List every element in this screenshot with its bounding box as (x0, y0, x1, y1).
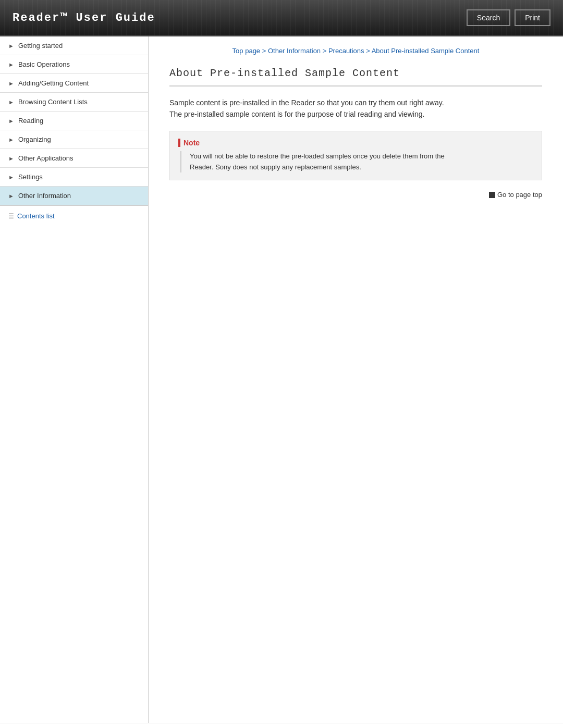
sidebar-item-settings[interactable]: ► Settings (0, 168, 148, 187)
sidebar-item-label: Browsing Content Lists (18, 98, 88, 106)
sidebar-item-browsing-content-lists[interactable]: ► Browsing Content Lists (0, 93, 148, 112)
breadcrumb-top-page[interactable]: Top page (232, 47, 261, 55)
content-paragraph-1: Sample content is pre-installed in the R… (169, 97, 542, 120)
sidebar-item-adding-getting-content[interactable]: ► Adding/Getting Content (0, 74, 148, 93)
sidebar: ► Getting started ► Basic Operations ► A… (0, 36, 149, 723)
breadcrumb: Top page > Other Information > Precautio… (169, 47, 542, 55)
go-to-top-link[interactable]: Go to page top (489, 191, 542, 199)
chevron-right-icon: ► (8, 155, 14, 162)
contents-list-link[interactable]: Contents list (17, 212, 55, 220)
sidebar-footer[interactable]: ☰ Contents list (0, 205, 148, 226)
sidebar-item-getting-started[interactable]: ► Getting started (0, 36, 148, 55)
note-content: You will not be able to restore the pre-… (180, 151, 533, 173)
chevron-right-icon: ► (8, 43, 14, 49)
chevron-right-icon: ► (8, 193, 14, 199)
note-line1: You will not be able to restore the pre-… (190, 152, 445, 160)
chevron-right-icon: ► (8, 99, 14, 105)
sidebar-item-reading[interactable]: ► Reading (0, 112, 148, 130)
footer: Copyright 2012 Sony Corporation (0, 723, 563, 728)
list-icon: ☰ (8, 213, 14, 220)
paragraph-1-text: Sample content is pre-installed in the R… (169, 98, 444, 107)
paragraph-2-text: The pre-installed sample content is for … (169, 110, 425, 118)
breadcrumb-precautions[interactable]: Precautions (328, 47, 364, 55)
header-buttons: Search Print (467, 9, 550, 26)
chevron-right-icon: ► (8, 174, 14, 180)
note-label-text: Note (183, 139, 200, 147)
go-to-top-label: Go to page top (497, 191, 542, 199)
sidebar-item-label: Settings (18, 173, 43, 181)
square-icon (489, 192, 495, 198)
note-box: Note You will not be able to restore the… (169, 131, 542, 181)
sidebar-item-organizing[interactable]: ► Organizing (0, 130, 148, 149)
go-to-top-container: Go to page top (169, 191, 542, 200)
sidebar-item-label: Organizing (18, 135, 51, 143)
print-button[interactable]: Print (515, 9, 550, 26)
main-container: ► Getting started ► Basic Operations ► A… (0, 36, 563, 723)
note-label: Note (178, 139, 533, 147)
breadcrumb-sep3: > (364, 47, 372, 55)
breadcrumb-other-info[interactable]: Other Information (268, 47, 321, 55)
header: Reader™ User Guide Search Print (0, 0, 563, 36)
chevron-right-icon: ► (8, 61, 14, 68)
chevron-right-icon: ► (8, 137, 14, 143)
sidebar-item-basic-operations[interactable]: ► Basic Operations (0, 55, 148, 74)
app-title: Reader™ User Guide (13, 11, 155, 24)
sidebar-item-label: Getting started (18, 42, 63, 50)
note-line2: Reader. Sony does not supply any replace… (190, 163, 361, 171)
breadcrumb-current: About Pre-installed Sample Content (372, 47, 480, 55)
sidebar-item-label: Basic Operations (18, 60, 70, 68)
sidebar-item-other-applications[interactable]: ► Other Applications (0, 149, 148, 168)
page-title: About Pre-installed Sample Content (169, 67, 542, 87)
chevron-right-icon: ► (8, 118, 14, 124)
content-area: Top page > Other Information > Precautio… (149, 36, 563, 723)
sidebar-item-label: Other Information (18, 192, 71, 200)
chevron-right-icon: ► (8, 80, 14, 87)
sidebar-item-label: Adding/Getting Content (18, 79, 89, 87)
breadcrumb-sep1: > (260, 47, 268, 55)
sidebar-item-other-information[interactable]: ► Other Information (0, 187, 148, 205)
breadcrumb-sep2: > (321, 47, 328, 55)
sidebar-item-label: Other Applications (18, 154, 74, 162)
sidebar-item-label: Reading (18, 117, 43, 125)
note-bar-icon (178, 139, 180, 147)
search-button[interactable]: Search (467, 9, 510, 26)
